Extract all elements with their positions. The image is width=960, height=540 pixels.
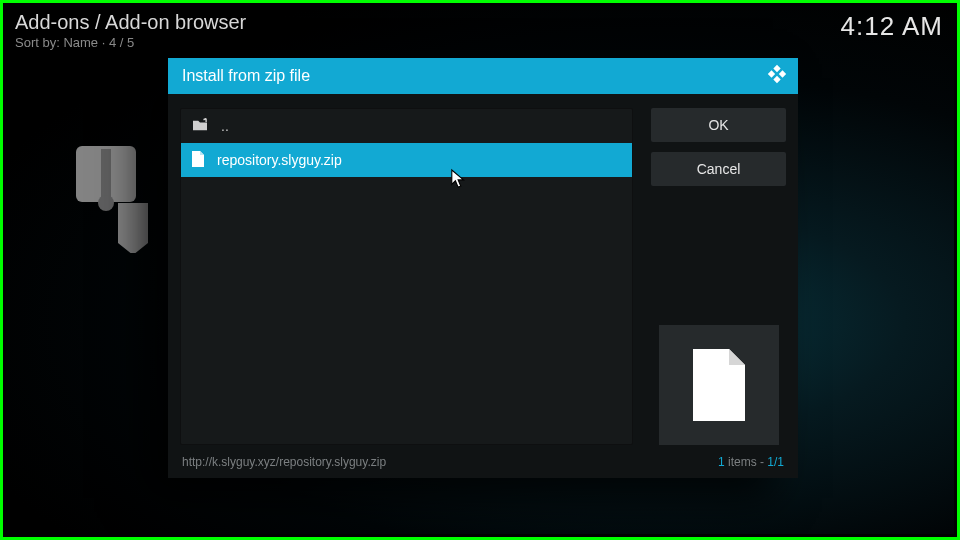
footer-count-word: items -: [725, 455, 768, 469]
sort-separator: ·: [98, 35, 109, 50]
ok-button[interactable]: OK: [651, 108, 786, 142]
install-from-zip-dialog: Install from zip file .. repository.slyg…: [168, 58, 798, 478]
sort-label: Sort by:: [15, 35, 63, 50]
sort-indicator: Sort by: Name · 4 / 5: [15, 35, 246, 50]
file-icon: [191, 151, 205, 170]
footer-item-count: 1 items - 1/1: [718, 455, 784, 469]
folder-up-icon: [191, 118, 209, 135]
sort-value: Name: [63, 35, 98, 50]
breadcrumb: Add-ons / Add-on browser: [15, 11, 246, 34]
file-browser-pane: .. repository.slyguy.zip: [180, 108, 633, 445]
footer-path: http://k.slyguy.xyz/repository.slyguy.zi…: [182, 455, 386, 469]
file-preview: [659, 325, 779, 445]
svg-rect-1: [101, 149, 111, 199]
dialog-titlebar: Install from zip file: [168, 58, 798, 94]
footer-count-position: 1/1: [767, 455, 784, 469]
file-icon: [689, 349, 749, 421]
svg-point-2: [98, 195, 114, 211]
page-indicator: 4 / 5: [109, 35, 134, 50]
parent-directory-label: ..: [221, 118, 229, 134]
zip-artwork: [73, 143, 163, 253]
kodi-logo-icon: [766, 63, 788, 89]
dialog-title: Install from zip file: [182, 67, 310, 85]
footer-count-number: 1: [718, 455, 725, 469]
cancel-button[interactable]: Cancel: [651, 152, 786, 186]
file-row-repository-slyguy[interactable]: repository.slyguy.zip: [181, 143, 632, 177]
clock: 4:12 AM: [841, 11, 943, 42]
parent-directory-row[interactable]: ..: [181, 109, 632, 143]
file-row-label: repository.slyguy.zip: [217, 152, 342, 168]
